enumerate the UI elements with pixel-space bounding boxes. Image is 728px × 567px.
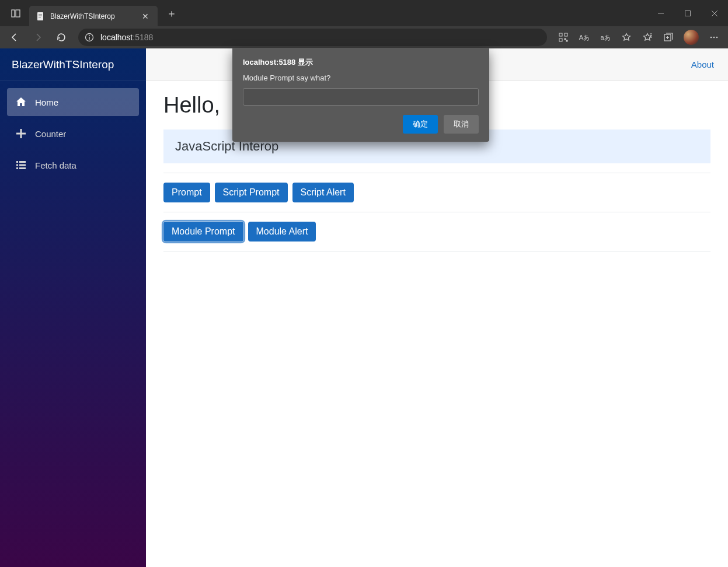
svg-rect-7 (685, 10, 691, 16)
svg-rect-15 (559, 38, 562, 41)
sidebar: BlazerWithTSInterop Home Counter Fetch d… (0, 48, 146, 567)
svg-rect-14 (565, 33, 567, 36)
script-alert-button[interactable]: Script Alert (292, 183, 354, 202)
sidebar-item-fetch-data[interactable]: Fetch data (7, 151, 139, 179)
forward-button[interactable] (28, 29, 48, 46)
dialog-origin-title: localhost:5188 显示 (243, 57, 479, 68)
sidebar-item-counter[interactable]: Counter (7, 120, 139, 148)
address-bar[interactable]: localhost:5188 (78, 29, 547, 46)
window-maximize-button[interactable] (674, 4, 701, 23)
dialog-message: Module Prompt say what? (243, 74, 479, 82)
button-row-1: Prompt Script Prompt Script Alert (163, 183, 710, 202)
new-tab-button[interactable]: ＋ (163, 5, 180, 22)
svg-point-26 (716, 37, 718, 38)
window-minimize-button[interactable] (647, 4, 674, 23)
svg-rect-32 (19, 164, 26, 166)
sidebar-item-label: Counter (35, 129, 66, 139)
window-chrome: BlazerWithTSInterop ✕ ＋ (0, 0, 728, 26)
url-text: localhost:5188 (100, 33, 153, 42)
window-controls (647, 4, 728, 23)
translate-icon[interactable]: aあ (596, 29, 615, 46)
svg-rect-28 (16, 133, 26, 135)
svg-rect-31 (16, 164, 18, 166)
divider (163, 251, 710, 251)
svg-rect-34 (19, 167, 26, 169)
js-prompt-dialog: localhost:5188 显示 Module Prompt say what… (232, 48, 489, 142)
nav-menu: Home Counter Fetch data (0, 81, 146, 190)
plus-icon (15, 128, 27, 139)
back-button[interactable] (5, 29, 25, 46)
browser-toolbar: localhost:5188 Aあ aあ (0, 26, 728, 48)
svg-rect-16 (565, 38, 566, 40)
svg-rect-12 (89, 37, 89, 40)
browser-tab[interactable]: BlazerWithTSInterop ✕ (29, 6, 158, 26)
about-link[interactable]: About (691, 60, 714, 69)
page-favicon-icon (36, 12, 46, 21)
read-aloud-icon[interactable]: Aあ (575, 29, 594, 46)
svg-rect-2 (37, 12, 43, 20)
url-host: localhost (100, 33, 133, 42)
prompt-button[interactable]: Prompt (163, 183, 210, 202)
svg-rect-3 (39, 14, 42, 15)
svg-rect-17 (566, 40, 567, 41)
home-icon (15, 96, 27, 108)
tab-strip: BlazerWithTSInterop ✕ ＋ (0, 0, 180, 26)
module-prompt-button[interactable]: Module Prompt (163, 222, 243, 242)
script-prompt-button[interactable]: Script Prompt (215, 183, 288, 202)
brand-title[interactable]: BlazerWithTSInterop (0, 48, 146, 81)
dialog-input[interactable] (243, 88, 479, 106)
dialog-ok-button[interactable]: 确定 (403, 115, 438, 134)
divider (163, 173, 710, 173)
module-alert-button[interactable]: Module Alert (248, 222, 316, 242)
svg-rect-0 (12, 10, 15, 17)
svg-rect-5 (39, 17, 41, 18)
divider (163, 212, 710, 212)
sidebar-item-label: Fetch data (35, 160, 76, 170)
svg-rect-4 (39, 15, 42, 16)
dialog-buttons: 确定 取消 (243, 115, 479, 134)
svg-rect-13 (559, 33, 562, 36)
sidebar-item-home[interactable]: Home (7, 88, 139, 116)
svg-point-25 (713, 37, 715, 38)
favorite-star-icon[interactable] (617, 29, 636, 46)
tab-title: BlazerWithTSInterop (50, 12, 140, 20)
tab-actions-icon[interactable] (9, 7, 22, 20)
svg-rect-33 (16, 167, 18, 169)
list-icon (15, 159, 27, 171)
more-menu-icon[interactable] (705, 29, 723, 46)
toolbar-right: Aあ aあ (554, 29, 723, 46)
svg-point-11 (89, 35, 90, 36)
url-port: :5188 (133, 33, 153, 42)
site-info-icon[interactable] (84, 32, 95, 43)
svg-point-24 (710, 37, 712, 38)
button-row-2: Module Prompt Module Alert (163, 222, 710, 242)
dialog-cancel-button[interactable]: 取消 (444, 115, 479, 134)
svg-rect-30 (19, 161, 26, 163)
profile-avatar[interactable] (684, 30, 699, 45)
refresh-button[interactable] (51, 29, 71, 46)
favorites-list-icon[interactable] (638, 29, 657, 46)
sidebar-item-label: Home (35, 97, 58, 107)
collections-icon[interactable] (659, 29, 678, 46)
tab-close-icon[interactable]: ✕ (140, 11, 151, 22)
svg-rect-29 (16, 161, 18, 163)
qr-icon[interactable] (554, 29, 573, 46)
svg-rect-1 (16, 10, 20, 17)
window-close-button[interactable] (701, 4, 728, 23)
